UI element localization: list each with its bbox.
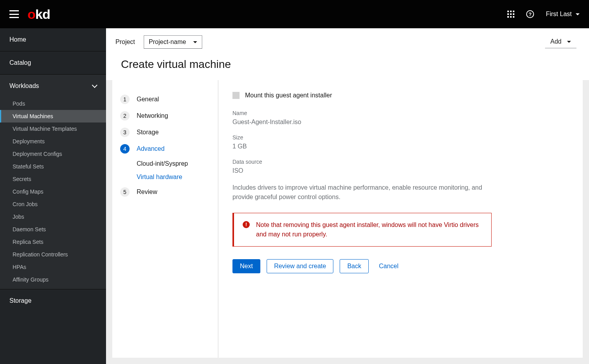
wiz-label: Review xyxy=(137,188,157,196)
user-name: First Last xyxy=(546,11,572,18)
nav-virtual-machines[interactable]: Virtual Machines xyxy=(0,110,106,123)
chevron-down-icon xyxy=(92,82,97,88)
logo-o: o xyxy=(27,7,35,22)
wiz-label: Advanced xyxy=(137,145,165,152)
wiz-step-storage[interactable]: 3 Storage xyxy=(120,124,210,141)
name-value: Guest-Agent-Installer.iso xyxy=(232,119,569,126)
wiz-sub-cloudinit[interactable]: Cloud-init/Sysprep xyxy=(120,157,210,170)
nav-secrets[interactable]: Secrets xyxy=(0,173,106,185)
main-header: Project Project-name Create virtual mach… xyxy=(106,28,589,80)
svg-rect-3 xyxy=(507,13,509,15)
mount-checkbox-row: Mount this guest agent installer xyxy=(232,92,569,99)
wiz-step-advanced[interactable]: 4 Advanced xyxy=(120,141,210,157)
warning-text: Note that removing this guest agent inst… xyxy=(256,220,483,239)
svg-text:?: ? xyxy=(529,11,532,17)
user-menu[interactable]: First Last xyxy=(546,11,580,18)
wiz-num: 4 xyxy=(120,144,130,154)
nav-workloads[interactable]: Workloads xyxy=(0,75,106,97)
wiz-num: 5 xyxy=(120,187,130,197)
nav-daemon-sets[interactable]: Daemon Sets xyxy=(0,223,106,236)
mount-checkbox-label: Mount this guest agent installer xyxy=(245,92,332,99)
nav-workloads-section: Workloads Pods Virtual Machines Virtual … xyxy=(0,75,106,289)
svg-rect-6 xyxy=(507,16,509,18)
logo-kd: kd xyxy=(35,7,50,22)
nav-home[interactable]: Home xyxy=(0,28,106,51)
main: Project Project-name Create virtual mach… xyxy=(106,28,589,364)
nav-replication-controllers[interactable]: Replication Controllers xyxy=(0,248,106,261)
content-body: 1 General 2 Networking 3 Storage 4 Advan… xyxy=(106,80,589,364)
cancel-button[interactable]: Cancel xyxy=(375,260,402,273)
warning-alert: Note that removing this guest agent inst… xyxy=(232,213,492,247)
nav-affinity-groups[interactable]: Affinity Groups xyxy=(0,273,106,286)
back-button[interactable]: Back xyxy=(340,259,369,273)
wizard-content: Mount this guest agent installer Name Gu… xyxy=(218,80,583,358)
review-and-create-button[interactable]: Review and create xyxy=(267,259,334,273)
apps-icon[interactable] xyxy=(507,11,514,18)
nav-jobs[interactable]: Jobs xyxy=(0,210,106,223)
hamburger-icon[interactable] xyxy=(9,10,19,18)
wiz-label: Storage xyxy=(137,129,159,136)
wizard-panel: 1 General 2 Networking 3 Storage 4 Advan… xyxy=(112,80,583,358)
project-value: Project-name xyxy=(149,38,186,46)
description-text: Includes drivers to improve virtual mach… xyxy=(232,183,492,202)
nav-storage[interactable]: Storage xyxy=(0,289,106,312)
svg-rect-7 xyxy=(510,16,512,18)
caret-down-icon xyxy=(567,41,571,43)
wiz-label: General xyxy=(137,96,159,103)
nav-vm-templates[interactable]: Virtual Machine Templates xyxy=(0,123,106,135)
logo: okd xyxy=(27,7,50,22)
nav-pods[interactable]: Pods xyxy=(0,97,106,110)
nav-hpas[interactable]: HPAs xyxy=(0,261,106,273)
project-select[interactable]: Project-name xyxy=(144,35,202,49)
project-row: Project Project-name xyxy=(115,35,231,49)
wizard-nav: 1 General 2 Networking 3 Storage 4 Advan… xyxy=(112,80,218,358)
svg-rect-0 xyxy=(507,11,509,12)
next-button[interactable]: Next xyxy=(232,259,260,273)
field-name: Name Guest-Agent-Installer.iso xyxy=(232,110,569,126)
wiz-num: 1 xyxy=(120,95,130,104)
mount-checkbox[interactable] xyxy=(232,92,240,99)
wiz-num: 2 xyxy=(120,111,130,121)
field-source: Data source ISO xyxy=(232,159,569,174)
wiz-sub-virtual-hardware[interactable]: Virtual hardware xyxy=(120,170,210,184)
button-row: Next Review and create Back Cancel xyxy=(232,259,569,273)
svg-rect-1 xyxy=(510,11,512,12)
add-label: Add xyxy=(551,38,562,45)
wiz-label: Networking xyxy=(137,112,168,119)
help-icon[interactable]: ? xyxy=(526,10,534,18)
caret-down-icon xyxy=(193,41,197,43)
masthead: okd ? First Last xyxy=(0,0,589,28)
field-size: Size 1 GB xyxy=(232,134,569,150)
masthead-right: ? First Last xyxy=(507,10,580,18)
add-button[interactable]: Add xyxy=(545,35,576,48)
nav-deployment-configs[interactable]: Deployment Configs xyxy=(0,148,106,160)
svg-rect-4 xyxy=(510,13,512,15)
masthead-left: okd xyxy=(9,7,50,22)
nav-config-maps[interactable]: Config Maps xyxy=(0,185,106,198)
svg-rect-2 xyxy=(513,11,514,12)
project-label: Project xyxy=(115,38,135,46)
wiz-step-general[interactable]: 1 General xyxy=(120,91,210,108)
warning-icon xyxy=(243,221,250,228)
nav-workloads-label: Workloads xyxy=(9,82,39,90)
wiz-step-review[interactable]: 5 Review xyxy=(120,184,210,200)
header-left: Project Project-name Create virtual mach… xyxy=(115,35,231,71)
nav-deployments[interactable]: Deployments xyxy=(0,135,106,148)
svg-rect-5 xyxy=(513,13,514,15)
svg-rect-8 xyxy=(513,16,514,18)
wiz-step-networking[interactable]: 2 Networking xyxy=(120,108,210,124)
size-label: Size xyxy=(232,134,569,141)
name-label: Name xyxy=(232,110,569,116)
nav-replica-sets[interactable]: Replica Sets xyxy=(0,236,106,248)
size-value: 1 GB xyxy=(232,143,569,150)
source-label: Data source xyxy=(232,159,569,165)
sidebar: Home Catalog Workloads Pods Virtual Mach… xyxy=(0,28,106,364)
nav-stateful-sets[interactable]: Stateful Sets xyxy=(0,160,106,173)
wiz-num: 3 xyxy=(120,128,130,137)
nav-cron-jobs[interactable]: Cron Jobs xyxy=(0,198,106,210)
caret-down-icon xyxy=(576,13,580,15)
source-value: ISO xyxy=(232,167,569,174)
page-title: Create virtual machine xyxy=(115,58,231,71)
nav-catalog[interactable]: Catalog xyxy=(0,51,106,75)
